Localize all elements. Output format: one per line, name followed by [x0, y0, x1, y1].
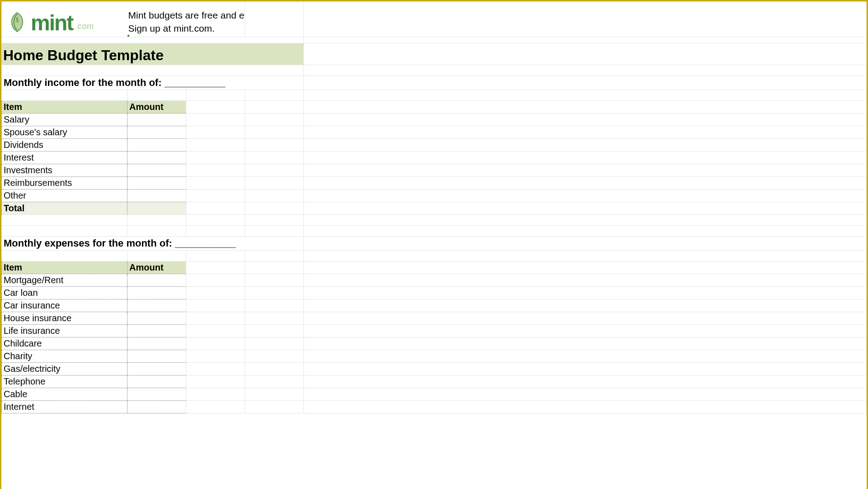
expense-section-heading: Monthly expenses for the month of: _____… — [2, 237, 304, 251]
promo-line1: Mint budgets are free and easy. — [128, 10, 245, 20]
expense-amount[interactable] — [127, 363, 186, 375]
expense-amount[interactable] — [127, 274, 186, 287]
income-amount[interactable] — [127, 114, 186, 126]
expense-amount[interactable] — [127, 337, 186, 350]
svg-text:$: $ — [15, 16, 19, 24]
income-total-label: Total — [2, 202, 127, 215]
expense-amount[interactable] — [127, 401, 186, 413]
income-amount[interactable] — [127, 126, 186, 139]
promo-cell[interactable]: Mint budgets are free and easy. Sign up … — [127, 2, 245, 37]
income-item[interactable]: Salary — [2, 114, 127, 126]
income-amount[interactable] — [127, 164, 186, 177]
expense-item[interactable]: Mortgage/Rent — [2, 274, 127, 287]
income-amount[interactable] — [127, 152, 186, 164]
expense-amount[interactable] — [127, 287, 186, 299]
expense-item[interactable]: Charity — [2, 350, 127, 363]
expense-item[interactable]: Life insurance — [2, 325, 127, 337]
income-item[interactable]: Spouse's salary — [2, 126, 127, 139]
income-item[interactable]: Investments — [2, 164, 127, 177]
income-item-header: Item — [2, 101, 127, 114]
expense-item[interactable]: Internet — [2, 401, 127, 413]
income-item[interactable]: Reimbursements — [2, 177, 127, 190]
expense-item-header: Item — [2, 261, 127, 274]
income-item[interactable]: Dividends — [2, 139, 127, 152]
logo-cell: $ mint .com — [2, 2, 127, 37]
promo-line2: Sign up at mint.com. — [128, 23, 215, 33]
expense-item[interactable]: Gas/electricity — [2, 363, 127, 375]
expense-item[interactable]: Childcare — [2, 337, 127, 350]
expense-amount[interactable] — [127, 388, 186, 401]
expense-amount-header: Amount — [127, 261, 186, 274]
income-amount[interactable] — [127, 139, 186, 152]
expense-item[interactable]: Car insurance — [2, 299, 127, 312]
income-item[interactable]: Interest — [2, 152, 127, 164]
mint-leaf-icon: $ — [5, 10, 29, 34]
expense-item[interactable]: Cable — [2, 388, 127, 401]
expense-amount[interactable] — [127, 375, 186, 388]
expense-amount[interactable] — [127, 312, 186, 325]
expense-item[interactable]: Car loan — [2, 287, 127, 299]
expense-item[interactable]: Telephone — [2, 375, 127, 388]
income-section-heading: Monthly income for the month of: _______… — [2, 76, 304, 90]
spreadsheet-frame: $ mint .com Mint budgets are free and ea… — [0, 0, 868, 489]
income-amount-header: Amount — [127, 101, 186, 114]
income-amount[interactable] — [127, 190, 186, 202]
expense-amount[interactable] — [127, 325, 186, 337]
cell-selection-handle[interactable] — [127, 35, 129, 37]
income-total-amount[interactable] — [127, 202, 186, 215]
expense-item[interactable]: House insurance — [2, 312, 127, 325]
page-title: Home Budget Template — [2, 43, 304, 65]
income-amount[interactable] — [127, 177, 186, 190]
income-item[interactable]: Other — [2, 190, 127, 202]
budget-grid[interactable]: $ mint .com Mint budgets are free and ea… — [1, 1, 867, 413]
logo-ext-text: .com — [75, 22, 94, 34]
expense-amount[interactable] — [127, 299, 186, 312]
expense-amount[interactable] — [127, 350, 186, 363]
logo-brand-text: mint — [31, 12, 73, 34]
